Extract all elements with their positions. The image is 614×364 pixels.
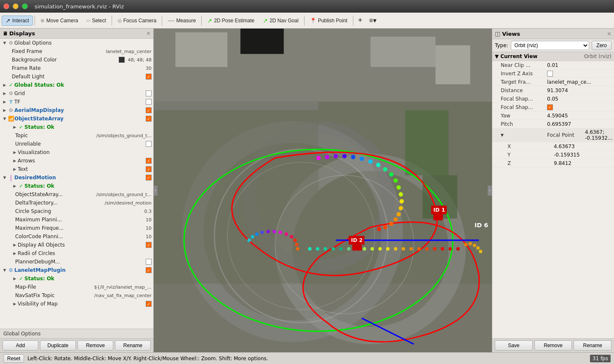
lm-visibility-checkbox[interactable] xyxy=(146,301,152,307)
lm-visibility-label: Visibility of Map xyxy=(18,301,146,307)
focal-y-row[interactable]: Y -0.159315 xyxy=(492,151,614,159)
focal-point-section-row[interactable]: ▼ Focal Point 4.6367; -0.15932... xyxy=(492,128,614,142)
lanelet-map-item[interactable]: ▼ ⚙ LaneletMapPlugin xyxy=(0,266,153,274)
invert-z-row[interactable]: Invert Z Axis xyxy=(492,69,614,78)
dm-circle-spacing-item[interactable]: Circle Spacing 0.3 xyxy=(0,207,153,215)
tf-checkbox[interactable] xyxy=(146,99,152,105)
map-view: ID 1 ID 6 ID 2 xyxy=(154,29,492,352)
pose-estimate-button[interactable]: ↗ 2D Pose Estimate xyxy=(203,16,258,26)
current-view-section[interactable]: ▼ Current View Orbit (rviz) xyxy=(492,52,614,61)
osa-text-item[interactable]: ▶ Text xyxy=(0,165,153,173)
aerial-map-item[interactable]: ▶ ⚙ AerialMapDisplay xyxy=(0,106,153,114)
osa-status-item[interactable]: ▶ ✓ Status: Ok xyxy=(0,123,153,131)
viewport[interactable]: ID 1 ID 6 ID 2 ‹ › xyxy=(154,29,492,352)
aerial-map-gear-icon: ⚙ xyxy=(8,107,14,113)
views-type-row: Type: Orbit (rviz) FPS TopDown Ortho Zer… xyxy=(492,39,614,52)
svg-point-35 xyxy=(397,212,401,216)
svg-point-61 xyxy=(468,242,472,245)
lm-status-item[interactable]: ▶ ✓ Status: Ok xyxy=(0,274,153,283)
focal-shape2-row[interactable]: Focal Shap... xyxy=(492,103,614,112)
lm-visibility-item[interactable]: ▶ Visibility of Map xyxy=(0,300,153,308)
bg-color-item[interactable]: Background Color 48; 48; 48 xyxy=(0,56,153,64)
osa-unreliable-checkbox[interactable] xyxy=(146,141,152,147)
toolbar-separator-4 xyxy=(201,16,202,26)
grid-item[interactable]: ▶ ⚙ Grid xyxy=(0,89,153,98)
object-state-array-item[interactable]: ▼ 📶 ObjectStateArray xyxy=(0,114,153,123)
dm-display-all-item[interactable]: ▶ Display All Objects xyxy=(0,241,153,249)
displays-close-icon[interactable]: ✕ xyxy=(146,30,151,37)
object-state-array-checkbox[interactable] xyxy=(146,116,152,122)
osa-arrows-item[interactable]: ▶ Arrows xyxy=(0,157,153,165)
osa-visualization-item[interactable]: ▶ Visualization xyxy=(0,148,153,157)
focus-camera-button[interactable]: ◎ Focus Camera xyxy=(114,16,160,25)
lanelet-map-checkbox[interactable] xyxy=(146,267,152,273)
views-remove-button[interactable]: Remove xyxy=(534,340,572,351)
grid-label: Grid xyxy=(14,90,146,96)
pitch-row[interactable]: Pitch 0.695397 xyxy=(492,120,614,128)
views-save-button[interactable]: Save xyxy=(495,340,533,351)
focal-shape1-row[interactable]: Focal Shap... 0.05 xyxy=(492,95,614,103)
focal-z-row[interactable]: Z 9.8412 xyxy=(492,159,614,167)
dm-planner-debug-item[interactable]: PlannerDebugM... xyxy=(0,258,153,266)
plus-button[interactable]: + xyxy=(355,16,366,25)
lm-mapfile-item[interactable]: Map-File ${/ll_rviz/lanelet_map_... xyxy=(0,283,153,291)
close-button[interactable] xyxy=(3,3,9,9)
osa-arrows-checkbox[interactable] xyxy=(146,158,152,164)
dm-delta-item[interactable]: DeltaTrajectory... /sim/desired_motion xyxy=(0,199,153,207)
frame-rate-item[interactable]: Frame Rate 30 xyxy=(0,64,153,72)
default-light-checkbox[interactable] xyxy=(146,74,152,80)
global-options-item[interactable]: ▼ ⚙ Global Options xyxy=(0,39,153,47)
move-camera-button[interactable]: ⊕ Move Camera xyxy=(37,16,82,25)
osa-visualization-arrow: ▶ xyxy=(12,150,18,154)
dm-max-freq-item[interactable]: Maximum Freque... 10 xyxy=(0,224,153,232)
nav-goal-button[interactable]: ↗ 2D Nav Goal xyxy=(259,16,302,26)
dm-max-planning-item[interactable]: Maximum Planni... 10 xyxy=(0,215,153,224)
measure-button[interactable]: — Measure xyxy=(164,15,200,26)
focal-x-row[interactable]: X 4.63673 xyxy=(492,142,614,151)
osa-unreliable-item[interactable]: Unreliable xyxy=(0,140,153,148)
distance-row[interactable]: Distance 91.3074 xyxy=(492,86,614,95)
duplicate-button[interactable]: Duplicate xyxy=(40,340,76,351)
toolbar-separator-3 xyxy=(162,16,162,26)
aerial-map-checkbox[interactable] xyxy=(146,107,152,113)
minimize-button[interactable] xyxy=(13,3,19,9)
grid-checkbox[interactable] xyxy=(146,90,152,96)
global-status-item[interactable]: ▶ ✓ Global Status: Ok xyxy=(0,81,153,89)
views-close-icon[interactable]: ✕ xyxy=(607,31,611,37)
near-clip-row[interactable]: Near Clip ... 0.01 xyxy=(492,61,614,69)
desired-motion-checkbox[interactable] xyxy=(146,175,152,181)
yaw-row[interactable]: Yaw 4.59045 xyxy=(492,112,614,120)
views-rename-button[interactable]: Rename xyxy=(574,340,611,351)
zero-button[interactable]: Zero xyxy=(592,41,611,50)
maximize-button[interactable] xyxy=(22,3,28,9)
osa-text-checkbox[interactable] xyxy=(146,166,152,172)
dm-status-item[interactable]: ▶ ✓ Status: Ok xyxy=(0,182,153,190)
views-type-select[interactable]: Orbit (rviz) FPS TopDown Ortho xyxy=(511,41,590,50)
desired-motion-item[interactable]: ▼ | DesiredMotion xyxy=(0,173,153,182)
focal-shape2-checkbox[interactable] xyxy=(547,104,553,110)
osa-topic-item[interactable]: Topic /sim/objects_ground_t... xyxy=(0,131,153,140)
remove-button[interactable]: Remove xyxy=(77,340,113,351)
views-tree: ▼ Current View Orbit (rviz) Near Clip ..… xyxy=(492,52,614,338)
tf-item[interactable]: ▶ T TF xyxy=(0,98,153,106)
invert-z-checkbox[interactable] xyxy=(547,71,553,77)
rename-button[interactable]: Rename xyxy=(115,340,151,351)
right-panel-collapse-arrow[interactable]: › xyxy=(488,186,492,196)
svg-point-74 xyxy=(293,239,296,242)
fixed-frame-item[interactable]: Fixed Frame lanelet_map_center xyxy=(0,47,153,56)
select-button[interactable]: ▭ Select xyxy=(83,16,109,25)
dm-display-all-checkbox[interactable] xyxy=(146,242,152,248)
dm-planner-debug-checkbox[interactable] xyxy=(146,259,152,265)
publish-point-button[interactable]: 📍 Publish Point xyxy=(306,16,351,25)
dm-osa-item[interactable]: ObjectStateArray... /sim/objects_ground_… xyxy=(0,190,153,199)
default-light-item[interactable]: Default Light xyxy=(0,72,153,81)
reset-button[interactable]: Reset xyxy=(3,354,24,363)
target-frame-row[interactable]: Target Fra... lanelet_map_ce... xyxy=(492,78,614,86)
lm-navsatfix-item[interactable]: NavSatFix Topic /nav_sat_fix_map_center xyxy=(0,291,153,300)
left-panel-collapse-arrow[interactable]: ‹ xyxy=(154,186,158,196)
dm-colorcode-item[interactable]: ColorCode Planni... 10 xyxy=(0,232,153,241)
menu-button[interactable]: ≡▾ xyxy=(366,16,379,25)
add-button[interactable]: Add xyxy=(3,340,38,351)
dm-radii-item[interactable]: ▶ Radii of Circles xyxy=(0,249,153,258)
interact-button[interactable]: ↗ Interact xyxy=(2,16,33,26)
